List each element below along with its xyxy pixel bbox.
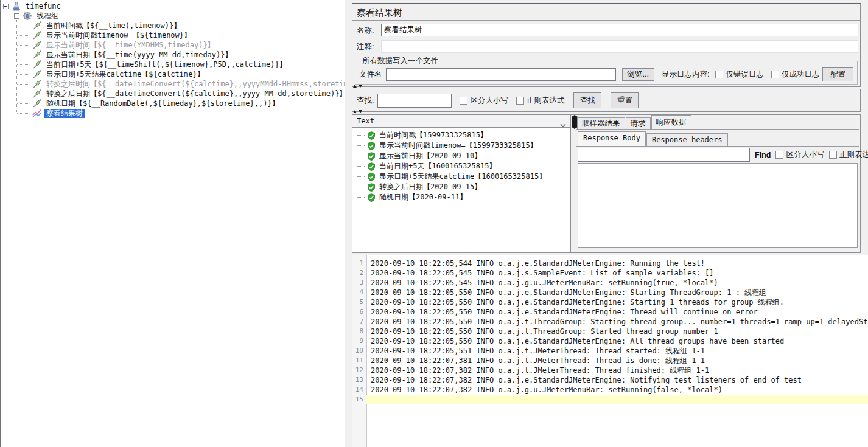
splitter-up-icon[interactable] [353, 85, 357, 88]
success-only-checkbox[interactable] [771, 71, 779, 78]
sample-result-row[interactable]: 当前日期+5天【1600165325815】 [352, 161, 570, 172]
sample-result-row[interactable]: 显示当前时间戳timenow=【1599733325815】 [352, 140, 570, 151]
log-line-number: 14 [352, 385, 366, 395]
tree-connector [357, 145, 365, 146]
reset-button[interactable]: 重置 [611, 92, 639, 108]
name-row: 名称: [352, 23, 860, 38]
tab-request[interactable]: 请求 [626, 117, 651, 129]
tree-node-sampler[interactable]: 随机日期【${__RandomDate(,${timeday},${storet… [1, 99, 345, 108]
filename-label: 文件名 [359, 69, 382, 80]
tree-connector [17, 35, 30, 36]
sampler-dropper-icon [32, 40, 42, 50]
tree-node-sampler[interactable]: 转换之后时间【${__dateTimeConvert(${calctime},,… [1, 79, 345, 89]
vertical-splitter[interactable] [571, 115, 576, 252]
response-regex-checkbox[interactable] [829, 151, 837, 159]
tree-connector [17, 64, 30, 65]
sampler-dropper-icon [32, 30, 42, 40]
tree-connector [357, 166, 365, 167]
log-line: 3 2020-09-10 18:22:05,545 INFO o.a.j.g.u… [352, 278, 868, 288]
tree-node-sampler[interactable]: 显示日期+5天结果calctime【${calctime}】 [1, 69, 345, 79]
tree-node-thread-group[interactable]: 线程组 [1, 11, 345, 21]
splitter-down-icon[interactable] [359, 110, 362, 113]
log-line-text: 2020-09-10 18:22:05,545 INFO o.a.j.g.u.J… [366, 278, 868, 288]
case-sensitive-checkbox[interactable] [460, 97, 467, 105]
tab-response-body[interactable]: Response Body [578, 131, 646, 146]
sample-result-row[interactable]: 随机日期【2020-09-11】 [352, 192, 570, 203]
log-line: 11 2020-09-10 18:22:07,381 INFO o.a.j.t.… [352, 356, 868, 366]
comment-field[interactable] [381, 40, 858, 53]
tree-connector [17, 45, 30, 46]
regex-checkbox[interactable] [516, 97, 524, 105]
search-label: 查找: [357, 95, 374, 106]
search-button[interactable]: 查找 [573, 92, 601, 108]
log-line: 5 2020-09-10 18:22:05,550 INFO o.a.j.e.S… [352, 297, 868, 307]
tree-node-sampler[interactable]: 当前日期+5天【${__timeShift(,${timenow},P5D,,c… [1, 60, 345, 69]
search-input[interactable] [377, 94, 452, 108]
sample-result-row[interactable]: 当前时间戳【1599733325815】 [352, 130, 570, 140]
log-line-number: 4 [352, 288, 366, 297]
response-body-content[interactable] [578, 163, 858, 248]
tab-response-headers[interactable]: Response headers [646, 133, 728, 146]
log-line-text: 2020-09-10 18:22:05,550 INFO o.a.j.e.Sta… [366, 297, 868, 307]
page-title: 察看结果树 [352, 4, 860, 21]
sample-result-row[interactable]: 转换之后日期【2020-09-15】 [352, 182, 570, 192]
renderer-dropdown[interactable]: Text [352, 115, 570, 128]
log-line-number: 9 [352, 336, 366, 346]
tree-node-sampler[interactable]: 显示当前日期【${__time(yyyy-MM-dd,timeday)}】 [1, 50, 345, 60]
log-line-text [366, 395, 868, 404]
tab-sampler-result[interactable]: 取样器结果 [577, 117, 625, 129]
name-field[interactable] [381, 24, 858, 36]
collapse-toggle-icon[interactable] [3, 4, 9, 9]
thread-group-gear-icon [23, 11, 32, 21]
tree-node-label: 显示日期+5天结果calctime【${calctime}】 [44, 70, 206, 79]
log-line-text: 2020-09-10 18:22:05,550 INFO o.a.j.t.Thr… [366, 317, 868, 327]
write-to-file-group-title: 所有数据写入一个文件 [360, 56, 440, 66]
response-case-label: 区分大小写 [786, 150, 824, 160]
response-case-checkbox[interactable] [775, 151, 783, 159]
tree-node-results-tree[interactable]: 察看结果树 [1, 108, 345, 118]
tree-node-sampler[interactable]: 显示当前时间戳timenow=【${timenow}】 [1, 30, 345, 40]
browse-button[interactable]: 浏览... [622, 68, 654, 81]
tree-node-sampler[interactable]: 转换之后日期【${__dateTimeConvert(${calctime},,… [1, 89, 345, 99]
log-line: 4 2020-09-10 18:22:05,550 INFO o.a.j.e.S… [352, 288, 868, 297]
log-line-number: 10 [352, 346, 366, 356]
filename-field[interactable] [386, 68, 616, 81]
tree-connector [17, 74, 30, 75]
log-line-number: 15 [352, 395, 366, 404]
collapse-toggle-icon[interactable] [14, 13, 19, 19]
log-line-number: 6 [352, 307, 366, 317]
tree-node-sampler[interactable]: 显示当前时间【${__time(YMDHMS,timeday)}】 [1, 40, 345, 50]
response-data-panel: Response Body Response headers Find 区分大小… [576, 129, 859, 249]
tree-connector [357, 156, 365, 156]
horizontal-splitter[interactable] [353, 110, 362, 113]
sampler-dropper-icon [32, 69, 42, 79]
log-line: 14 2020-09-10 18:22:07,382 INFO o.a.j.g.… [352, 385, 868, 395]
horizontal-splitter[interactable] [353, 85, 362, 88]
splitter-down-icon[interactable] [359, 85, 362, 88]
search-bar: 查找: 区分大小写 正则表达式 查找 重置 [352, 89, 861, 112]
tree-node-label: 随机日期【${__RandomDate(,${timeday},${storet… [44, 99, 281, 108]
log-line: 13 2020-09-10 18:22:07,382 INFO o.a.j.e.… [352, 375, 868, 385]
log-line-number: 8 [352, 327, 366, 336]
tab-response-data[interactable]: 响应数据 [651, 115, 691, 129]
sample-result-label: 显示当前时间戳timenow=【1599733325815】 [379, 140, 537, 151]
sampler-dropper-icon [32, 21, 42, 30]
sample-result-row[interactable]: 显示当前日期【2020-09-10】 [352, 151, 570, 161]
tree-node-test-plan[interactable]: timefunc [1, 1, 345, 11]
sample-result-row[interactable]: 显示日期+5天结果calctime【1600165325815】 [352, 172, 570, 182]
log-line-text: 2020-09-10 18:22:07,382 INFO o.a.j.e.Sta… [366, 375, 868, 385]
errors-only-checkbox[interactable] [715, 71, 723, 78]
log-display-label: 显示日志内容: [662, 69, 709, 80]
log-line-text: 2020-09-10 18:22:05,544 INFO o.a.j.e.Sta… [366, 258, 868, 268]
log-line-number: 2 [352, 268, 366, 278]
log-line-number: 5 [352, 297, 366, 307]
sample-result-label: 随机日期【2020-09-11】 [379, 192, 467, 203]
response-find-input[interactable] [578, 148, 750, 162]
splitter-up-icon[interactable] [353, 110, 357, 113]
log-viewer[interactable]: 1 2020-09-10 18:22:05,544 INFO o.a.j.e.S… [352, 255, 868, 447]
sample-result-label: 当前日期+5天【1600165325815】 [379, 161, 496, 172]
configure-button[interactable]: 配置 [822, 67, 853, 81]
tree-connector [17, 84, 30, 85]
tree-node-sampler[interactable]: 当前时间戳【${__time(,timenow)}】 [1, 21, 345, 30]
tree-node-label: 显示当前时间【${__time(YMDHMS,timeday)}】 [44, 41, 217, 50]
